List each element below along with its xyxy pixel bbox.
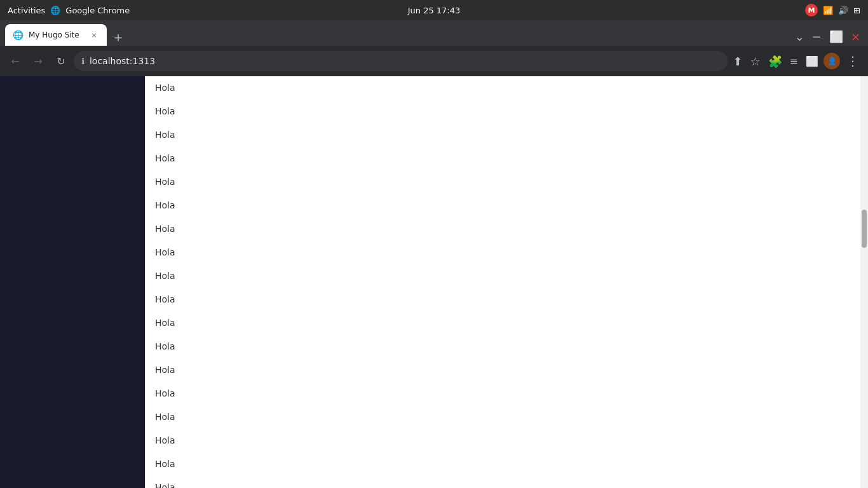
- reader-mode-button[interactable]: ≡: [787, 53, 801, 70]
- bookmark-button[interactable]: ☆: [747, 52, 763, 71]
- forward-icon: →: [34, 55, 42, 67]
- list-item: Hola: [145, 81, 860, 100]
- apps-icon: ⊞: [853, 6, 860, 15]
- tab-close-button[interactable]: ×: [89, 30, 99, 40]
- menu-icon: ⋮: [844, 51, 862, 71]
- list-item: Hola: [145, 147, 860, 170]
- hola-list: Hola Hola Hola Hola Hola Hola Hola Hola …: [145, 76, 860, 488]
- list-item: Hola: [145, 405, 860, 429]
- list-item: Hola: [145, 311, 860, 335]
- forward-button[interactable]: →: [28, 51, 48, 71]
- reload-button[interactable]: ↻: [51, 51, 71, 71]
- close-window-button[interactable]: ×: [848, 27, 863, 46]
- new-tab-button[interactable]: +: [109, 28, 127, 46]
- tab-search-button[interactable]: ⌄: [792, 27, 807, 46]
- active-tab[interactable]: 🌐 My Hugo Site ×: [5, 24, 107, 46]
- list-item: Hola: [145, 452, 860, 476]
- chrome-menu-button[interactable]: ⋮: [843, 51, 863, 71]
- browser-name-os: Google Chrome: [65, 6, 130, 15]
- mega-icon: M: [805, 4, 818, 17]
- activities-label[interactable]: Activities: [8, 6, 45, 15]
- back-icon: ←: [11, 55, 19, 67]
- list-item: Hola: [145, 358, 860, 382]
- list-item: Hola: [145, 429, 860, 452]
- page-content: Hola Hola Hola Hola Hola Hola Hola Hola …: [145, 76, 860, 488]
- list-item: Hola: [145, 123, 860, 147]
- extensions-button[interactable]: 🧩: [766, 52, 785, 71]
- tab-bar: 🌐 My Hugo Site × + ⌄ − ⬜ ×: [0, 20, 868, 46]
- list-item: Hola: [145, 100, 860, 123]
- list-item: Hola: [145, 194, 860, 217]
- url-text: localhost:1313: [90, 56, 720, 66]
- security-icon: ℹ: [81, 57, 85, 66]
- tab-favicon: 🌐: [13, 30, 24, 40]
- list-item: Hola: [145, 476, 860, 488]
- browser-content: Hola Hola Hola Hola Hola Hola Hola Hola …: [0, 76, 868, 488]
- list-item: Hola: [145, 335, 860, 358]
- list-item: Hola: [145, 382, 860, 405]
- list-item: Hola: [145, 264, 860, 288]
- left-panel: [0, 76, 145, 488]
- minimize-button[interactable]: −: [810, 27, 824, 46]
- reload-icon: ↻: [57, 55, 65, 67]
- tab-bar-controls: ⌄ − ⬜ ×: [792, 27, 863, 46]
- share-button[interactable]: ⬆: [730, 52, 745, 71]
- back-button[interactable]: ←: [5, 51, 25, 71]
- volume-icon: 🔊: [838, 6, 848, 15]
- sidebar-button[interactable]: ⬜: [803, 53, 821, 70]
- address-bar: ← → ↻ ℹ localhost:1313 ⬆ ☆ 🧩 ≡ ⬜ 👤 ⋮: [0, 46, 868, 76]
- list-item: Hola: [145, 170, 860, 194]
- os-topbar-left: Activities 🌐 Google Chrome: [8, 6, 130, 15]
- list-item: Hola: [145, 241, 860, 264]
- wifi-icon: 📶: [823, 6, 833, 15]
- maximize-button[interactable]: ⬜: [827, 27, 846, 46]
- profile-avatar[interactable]: 👤: [824, 53, 840, 69]
- url-bar[interactable]: ℹ localhost:1313: [74, 51, 728, 71]
- list-item: Hola: [145, 288, 860, 311]
- avatar-image: 👤: [825, 54, 839, 68]
- scrollbar-thumb[interactable]: [862, 210, 867, 248]
- os-topbar: Activities 🌐 Google Chrome Jun 25 17:43 …: [0, 0, 868, 20]
- browser-favicon-os: 🌐: [50, 6, 60, 15]
- os-topbar-right: M 📶 🔊 ⊞: [805, 4, 860, 17]
- address-bar-right: ⬆ ☆ 🧩 ≡ ⬜ 👤 ⋮: [730, 51, 863, 71]
- tab-title: My Hugo Site: [29, 30, 84, 39]
- list-item: Hola: [145, 217, 860, 241]
- scrollbar-track[interactable]: [860, 76, 868, 488]
- os-datetime: Jun 25 17:43: [408, 6, 461, 15]
- chrome-window: 🌐 My Hugo Site × + ⌄ − ⬜ × ← → ↻ ℹ local…: [0, 20, 868, 488]
